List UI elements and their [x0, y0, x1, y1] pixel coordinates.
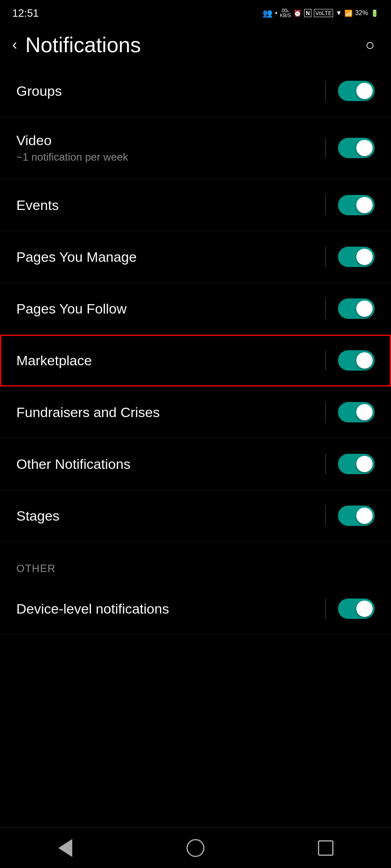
settings-item-right-events: [325, 195, 375, 215]
toggle-stages[interactable]: [338, 506, 375, 526]
settings-item-label-events: Events: [16, 197, 59, 213]
settings-item-left-fundraisers-and-crises: Fundraisers and Crises: [16, 404, 160, 420]
recent-nav-icon: [318, 840, 333, 856]
settings-item-separator-fundraisers-and-crises: [325, 402, 326, 422]
page-title: Notifications: [25, 33, 141, 57]
toggle-device-level-notifications[interactable]: [338, 599, 375, 619]
settings-item-groups[interactable]: Groups: [0, 65, 391, 117]
back-nav-icon: [58, 839, 72, 857]
settings-item-right-device-level-notifications: [325, 599, 375, 619]
toggle-thumb-device-level-notifications: [356, 601, 373, 617]
settings-item-separator-pages-you-manage: [325, 247, 326, 267]
settings-item-left-stages: Stages: [16, 508, 60, 524]
status-bar: 12:51 👥 • 00₁ KB/S ⏰ N VoLTE ▼ 📶 32% 🔋: [0, 0, 391, 24]
header-left: ‹ Notifications: [12, 33, 141, 57]
settings-item-label-pages-you-manage: Pages You Manage: [16, 249, 137, 265]
home-nav-icon: [187, 839, 204, 857]
toggle-thumb-marketplace: [356, 352, 373, 369]
toggle-thumb-groups: [356, 83, 373, 99]
toggle-fundraisers-and-crises[interactable]: [338, 402, 375, 422]
toggle-groups[interactable]: [338, 81, 375, 101]
toggle-thumb-pages-you-manage: [356, 249, 373, 265]
wifi-icon: ▼: [335, 9, 342, 17]
teams-icon: 👥: [262, 8, 273, 18]
settings-item-video[interactable]: Video~1 notification per week: [0, 117, 391, 179]
settings-item-right-pages-you-follow: [325, 298, 375, 319]
toggle-other-notifications[interactable]: [338, 454, 375, 474]
settings-item-pages-you-manage[interactable]: Pages You Manage: [0, 231, 391, 283]
data-speed-icon: 00₁ KB/S: [280, 8, 291, 18]
settings-item-right-other-notifications: [325, 454, 375, 474]
settings-item-right-pages-you-manage: [325, 247, 375, 267]
status-time: 12:51: [12, 7, 39, 20]
settings-item-left-pages-you-manage: Pages You Manage: [16, 249, 137, 265]
settings-item-marketplace[interactable]: Marketplace: [0, 335, 391, 387]
settings-item-separator-other-notifications: [325, 454, 326, 474]
settings-item-separator-video: [325, 138, 326, 158]
settings-item-label-marketplace: Marketplace: [16, 353, 92, 369]
battery-level: 32%: [355, 9, 368, 17]
settings-item-left-groups: Groups: [16, 83, 62, 99]
toggle-video[interactable]: [338, 138, 375, 158]
settings-item-left-marketplace: Marketplace: [16, 353, 92, 369]
toggle-thumb-pages-you-follow: [356, 300, 373, 317]
other-section-header: OTHER: [0, 542, 391, 583]
toggle-events[interactable]: [338, 195, 375, 215]
toggle-pages-you-manage[interactable]: [338, 247, 375, 267]
settings-item-separator-groups: [325, 81, 326, 101]
toggle-marketplace[interactable]: [338, 350, 375, 371]
toggle-thumb-fundraisers-and-crises: [356, 404, 373, 420]
settings-item-right-fundraisers-and-crises: [325, 402, 375, 422]
settings-item-left-video: Video~1 notification per week: [16, 133, 128, 163]
settings-list: GroupsVideo~1 notification per weekEvent…: [0, 65, 391, 542]
toggle-thumb-video: [356, 140, 373, 156]
toggle-thumb-events: [356, 197, 373, 213]
other-settings-list: Device-level notifications: [0, 583, 391, 635]
lte-icon: VoLTE: [314, 9, 333, 17]
bottom-nav: [0, 827, 391, 868]
recent-nav-button[interactable]: [309, 836, 342, 860]
settings-item-separator-events: [325, 195, 326, 215]
nfc-icon: N: [304, 9, 311, 17]
settings-item-right-video: [325, 138, 375, 158]
settings-item-right-marketplace: [325, 350, 375, 371]
toggle-thumb-stages: [356, 508, 373, 524]
settings-item-device-level-notifications[interactable]: Device-level notifications: [0, 583, 391, 635]
settings-item-stages[interactable]: Stages: [0, 490, 391, 542]
other-section-label: OTHER: [16, 562, 56, 574]
settings-item-left-other-notifications: Other Notifications: [16, 456, 131, 472]
signal-icon: 📶: [344, 9, 353, 17]
status-icons: 👥 • 00₁ KB/S ⏰ N VoLTE ▼ 📶 32% 🔋: [262, 8, 379, 18]
settings-item-left-device-level-notifications: Device-level notifications: [16, 601, 169, 617]
home-nav-button[interactable]: [179, 836, 212, 860]
settings-item-label-video: Video: [16, 133, 128, 148]
settings-item-label-other-notifications: Other Notifications: [16, 456, 131, 472]
settings-item-separator-pages-you-follow: [325, 298, 326, 319]
dot-icon: •: [275, 9, 278, 17]
settings-item-pages-you-follow[interactable]: Pages You Follow: [0, 283, 391, 335]
settings-item-separator-stages: [325, 506, 326, 526]
settings-item-other-notifications[interactable]: Other Notifications: [0, 438, 391, 490]
settings-item-label-device-level-notifications: Device-level notifications: [16, 601, 169, 617]
settings-item-separator-marketplace: [325, 350, 326, 371]
settings-item-left-pages-you-follow: Pages You Follow: [16, 301, 127, 317]
settings-item-label-pages-you-follow: Pages You Follow: [16, 301, 127, 317]
battery-icon: 🔋: [371, 9, 379, 17]
settings-item-left-events: Events: [16, 197, 59, 213]
settings-item-label-fundraisers-and-crises: Fundraisers and Crises: [16, 404, 160, 420]
toggle-thumb-other-notifications: [356, 456, 373, 472]
alarm-icon: ⏰: [293, 9, 302, 17]
settings-item-events[interactable]: Events: [0, 179, 391, 231]
page-header: ‹ Notifications ○: [0, 24, 391, 65]
back-nav-button[interactable]: [49, 836, 82, 860]
settings-item-separator-device-level-notifications: [325, 599, 326, 619]
settings-item-label-groups: Groups: [16, 83, 62, 99]
settings-item-right-groups: [325, 81, 375, 101]
settings-item-right-stages: [325, 506, 375, 526]
settings-item-label-stages: Stages: [16, 508, 60, 524]
settings-item-fundraisers-and-crises[interactable]: Fundraisers and Crises: [0, 387, 391, 438]
toggle-pages-you-follow[interactable]: [338, 298, 375, 319]
settings-item-sublabel-video: ~1 notification per week: [16, 151, 128, 163]
back-button[interactable]: ‹: [12, 36, 17, 53]
search-button[interactable]: ○: [365, 36, 375, 54]
